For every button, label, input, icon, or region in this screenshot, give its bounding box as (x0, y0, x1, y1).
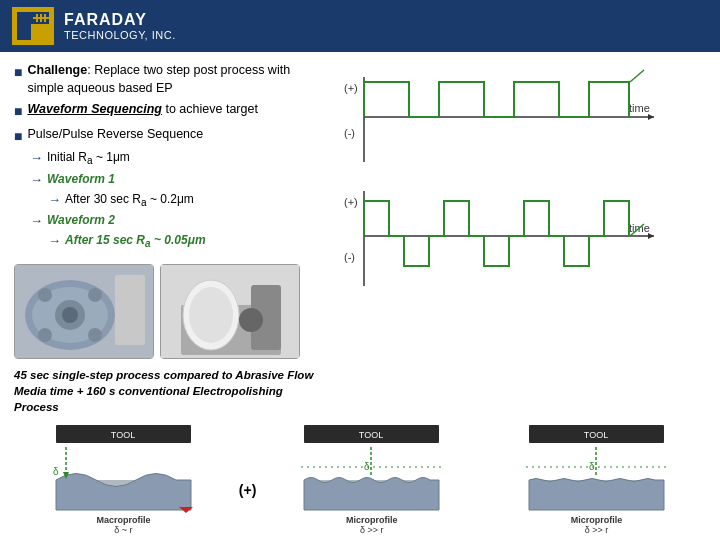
initial-ra-text: Initial Ra ~ 1μm (47, 149, 130, 168)
diagram-macro-svg: TOOL (-) δ (51, 425, 196, 515)
sub-item-waveform1: → Waveform 1 (30, 171, 206, 189)
arrow-initial: → (30, 149, 43, 167)
svg-text:(-): (-) (344, 127, 355, 139)
bullet-sq-1: ■ (14, 63, 22, 83)
arrow-waveform1: → (30, 171, 43, 189)
svg-line-29 (630, 70, 644, 82)
after15sec-text: After 15 sec Ra ~ 0.05μm (65, 232, 206, 251)
logo-box (12, 7, 54, 45)
bullet-text-2: Waveform Sequencing to achieve target (27, 101, 257, 119)
svg-text:(+): (+) (344, 196, 358, 208)
sub-item-waveform2: → Waveform 2 (30, 212, 206, 230)
svg-point-20 (189, 287, 233, 343)
sub-sub-list-1: → After 30 sec Ra ~ 0.2μm (30, 191, 206, 210)
bottom-section: TOOL (-) δ Macroprofileδ ~ r (+) TOOL (0, 425, 720, 539)
svg-text:TOOL: TOOL (584, 430, 608, 440)
after30sec-text: After 30 sec Ra ~ 0.2μm (65, 191, 194, 210)
waveform1-container: (+) (-) time (334, 62, 706, 172)
svg-marker-35 (648, 233, 654, 239)
plus-sign: (+) (239, 425, 257, 535)
svg-rect-16 (115, 275, 145, 345)
bullet-item-2: ■ Waveform Sequencing to achieve target (14, 101, 324, 122)
main-content: ■ Challenge: Replace two step post proce… (0, 52, 720, 423)
svg-text:TOOL: TOOL (111, 430, 135, 440)
sub-sub-list-2: → After 15 sec Ra ~ 0.05μm (30, 232, 206, 251)
sub-list: → Initial Ra ~ 1μm → Waveform 1 → After … (14, 149, 206, 254)
diagram-macro: TOOL (-) δ Macroprofileδ ~ r (14, 425, 233, 535)
waveform2-container: (+) (-) time (334, 176, 706, 296)
svg-marker-28 (648, 114, 654, 120)
micro2-label: Microprofileδ >> r (571, 515, 623, 535)
svg-text:(-): (-) (344, 251, 355, 263)
diagram-micro2: TOOL δ Microprofileδ >> r (487, 425, 706, 535)
caption: 45 sec single-step process compared to A… (14, 367, 324, 415)
bullet-item-3: ■ Pulse/Pulse Reverse Sequence → Initial… (14, 126, 324, 254)
diagram-micro2-svg: TOOL δ (524, 425, 669, 515)
waveform1-label: Waveform 1 (47, 171, 115, 188)
micro1-label: Microprofileδ >> r (346, 515, 398, 535)
svg-point-12 (38, 288, 52, 302)
arrow-30sec: → (48, 191, 61, 209)
left-column: ■ Challenge: Replace two step post proce… (14, 62, 324, 415)
svg-point-22 (239, 308, 263, 332)
svg-text:TOOL: TOOL (359, 430, 383, 440)
waveform1-svg: (+) (-) time (334, 62, 674, 172)
bullet-sq-3: ■ (14, 127, 22, 147)
bullet-text-3: Pulse/Pulse Reverse Sequence (27, 126, 203, 144)
images-row (14, 264, 324, 359)
sub-item-initial: → Initial Ra ~ 1μm (30, 149, 206, 168)
right-column: (+) (-) time (+) (-) time (334, 62, 706, 415)
waveform2-label: Waveform 2 (47, 212, 115, 229)
svg-text:(+): (+) (344, 82, 358, 94)
bullet-text-1: Challenge: Replace two step post process… (27, 62, 324, 97)
bullet-sq-2: ■ (14, 102, 22, 122)
diagram-micro1-svg: TOOL δ (299, 425, 444, 515)
svg-point-15 (88, 328, 102, 342)
svg-point-14 (38, 328, 52, 342)
macro-label: Macroprofileδ ~ r (96, 515, 150, 535)
company-name: FARADAY TECHNOLOGY, INC. (64, 11, 176, 41)
waveform2-svg: (+) (-) time (334, 176, 674, 296)
svg-point-13 (88, 288, 102, 302)
sub-sub-item-15sec: → After 15 sec Ra ~ 0.05μm (48, 232, 206, 251)
arrow-15sec: → (48, 232, 61, 250)
svg-text:time: time (629, 102, 650, 114)
diagram-micro1: TOOL δ Microprofileδ >> r (262, 425, 481, 535)
waveform-sequencing-label: Waveform Sequencing (27, 102, 162, 116)
svg-text:δ: δ (53, 466, 59, 477)
bullet-list: ■ Challenge: Replace two step post proce… (14, 62, 324, 254)
arrow-waveform2: → (30, 212, 43, 230)
logo-icon (15, 10, 51, 42)
image-metallic-part (14, 264, 154, 359)
image-cylindrical-part (160, 264, 300, 359)
bullet-item-1: ■ Challenge: Replace two step post proce… (14, 62, 324, 97)
header: FARADAY TECHNOLOGY, INC. (0, 0, 720, 52)
sub-sub-item-30sec: → After 30 sec Ra ~ 0.2μm (48, 191, 206, 210)
svg-point-11 (62, 307, 78, 323)
